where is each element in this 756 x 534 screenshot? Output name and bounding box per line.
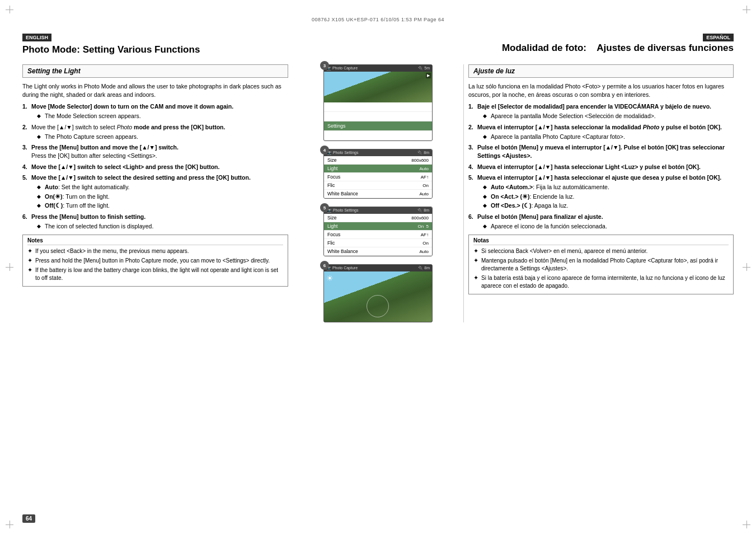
step-badge-3: 3 <box>320 61 329 70</box>
screen-3-image: ▶ <box>324 72 432 102</box>
step-badge-5: 5 <box>320 203 329 212</box>
spanish-badge: ESPAÑOL <box>703 34 734 41</box>
english-step-3: 3. Press the [Menu] button and move the … <box>22 143 288 160</box>
screen-5: 📷 Photo Settings 🔌 8m Size 800x600 Light… <box>323 207 433 256</box>
crosshair-tl <box>6 6 13 13</box>
menu-back: Back <box>324 131 432 140</box>
crosshair-mr <box>743 263 750 271</box>
settings-wb: White Balance Auto <box>324 190 432 198</box>
step-badge-6: 6 <box>320 261 329 270</box>
english-step-2: 2. Move the [▲/▼] switch to select Photo… <box>22 123 288 140</box>
page-number: 64 <box>22 514 35 523</box>
meta-line: 00876J X105 UK+ESP-071 6/10/05 1:53 PM P… <box>22 17 734 22</box>
english-step-4: 4. Move the [▲/▼] switch to select <Ligh… <box>22 163 288 171</box>
spanish-subsection-title: Ajuste de luz <box>473 67 515 75</box>
settings-5-size: Size 800x600 <box>324 214 432 222</box>
settings-5-focus: Focus AF↑ <box>324 231 432 239</box>
screen-5-header: 📷 Photo Settings 🔌 8m <box>324 207 432 214</box>
english-step-1: 1. Move [Mode Selector] down to turn on … <box>22 102 288 120</box>
english-subsection-title: Setting the Light <box>27 67 81 75</box>
spanish-header-area: ESPAÑOL Modalidad de foto: Ajustes de di… <box>378 34 734 54</box>
english-steps-list: 1. Move [Mode Selector] down to turn on … <box>22 102 288 230</box>
spanish-step-6: 6. Pulse el botón [Menu] para finalizar … <box>468 213 734 230</box>
english-step-5-sub-1: ◆ Auto: Set the light automatically. <box>37 183 288 191</box>
english-note-2: ✦ Press and hold the [Menu] button in Ph… <box>27 257 283 265</box>
spanish-notes-title: Notas <box>473 237 729 245</box>
menu-settings: Settings <box>324 121 432 131</box>
spanish-step-1-sub: ◆ Aparece la pantalla Mode Selection <Se… <box>483 112 734 120</box>
screen-4-wrapper: 4 📷 Photo Settings 🔌 8m Size 800x600 Lig… <box>323 149 433 199</box>
spanish-steps-list: 1. Baje el [Selector de modalidad] para … <box>468 102 734 230</box>
spanish-notes-box: Notas ✦ Si selecciona Back <Volver> en e… <box>468 235 734 294</box>
spanish-step-2: 2. Mueva el interruptor [▲/▼] hasta sele… <box>468 123 734 140</box>
menu-view: View <box>324 112 432 121</box>
english-subsection-box: Setting the Light <box>22 64 288 78</box>
settings-light-auto: Light Auto <box>324 165 432 173</box>
english-notes-title: Notes <box>27 237 283 245</box>
spanish-title-1: Modalidad de foto: Ajustes de diversas f… <box>378 43 734 54</box>
english-badge: ENGLISH <box>22 34 51 41</box>
english-notes-list: ✦ If you select <Back> in the menu, the … <box>27 247 283 282</box>
spanish-note-3: ✦ Si la batería está baja y el icono apa… <box>473 274 729 290</box>
english-step-6: 6. Press the [Menu] button to finish set… <box>22 213 288 230</box>
english-step-5-sub-2: ◆ On(☀): Turn on the light. <box>37 193 288 201</box>
english-notes-box: Notes ✦ If you select <Back> in the menu… <box>22 235 288 287</box>
spanish-step-3: 3. Pulse el botón [Menu] y mueva el inte… <box>468 143 734 160</box>
english-step-6-sub: ◆ The icon of selected function is displ… <box>37 222 288 231</box>
spanish-step-5-sub-1: ◆ Auto <Autom.>: Fija la luz automáticam… <box>483 183 734 191</box>
spanish-content: Ajuste de luz La luz sólo funciona en la… <box>463 64 734 322</box>
spanish-step-5-sub-3: ◆ Off <Des.> (☾): Apaga la luz. <box>483 202 734 210</box>
light-icon: ☀ <box>326 274 334 283</box>
english-step-1-sub: ◆ The Mode Selection screen appears. <box>37 112 288 120</box>
spanish-step-4: 4. Mueva el interruptor [▲/▼] hasta sele… <box>468 163 734 171</box>
english-note-3: ✦ If the battery is low and the battery … <box>27 266 283 282</box>
crosshair-ml <box>6 263 13 271</box>
screen-3: 📷 Photo Capture 🔌 5m ▶ Capture View Sett… <box>323 64 433 141</box>
screen-4: 📷 Photo Settings 🔌 8m Size 800x600 Light… <box>323 149 433 199</box>
page: 00876J X105 UK+ESP-071 6/10/05 1:53 PM P… <box>0 0 756 534</box>
screen-6-wrapper: 6 📷 Photo Capture 🔌 8m ☀ <box>323 264 433 322</box>
spanish-step-5: 5. Mueva el interruptor [▲/▼] hasta sele… <box>468 174 734 210</box>
crosshair-tr <box>743 6 750 13</box>
settings-size: Size 800x600 <box>324 156 432 165</box>
screen-6: 📷 Photo Capture 🔌 8m ☀ <box>323 264 433 322</box>
english-header-area: ENGLISH Photo Mode: Setting Various Func… <box>22 34 378 60</box>
screen-3-menu: Capture View Settings Back <box>324 102 432 140</box>
english-step-5: 5. Move the [▲/▼] switch to select the d… <box>22 174 288 210</box>
spanish-note-1: ✦ Si selecciona Back <Volver> en el menú… <box>473 247 729 255</box>
spanish-note-2: ✦ Mantenga pulsado el botón [Menu] en la… <box>473 257 729 273</box>
screen-5-wrapper: 5 📷 Photo Settings 🔌 8m Size 800x600 Lig… <box>323 207 433 256</box>
settings-5-wb: White Balance Auto <box>324 247 432 256</box>
settings-5-light: Light On 5 <box>324 222 432 231</box>
center-screens-area: 3 📷 Photo Capture 🔌 5m ▶ Capture Vi <box>293 64 463 322</box>
english-content: Setting the Light The Light only works i… <box>22 64 293 322</box>
english-note-1: ✦ If you select <Back> in the menu, the … <box>27 247 283 255</box>
settings-focus: Focus AF↑ <box>324 173 432 181</box>
spanish-step-5-sub-2: ◆ On <Act.> (☀): Enciende la luz. <box>483 193 734 201</box>
screen-6-image: ☀ <box>324 271 432 322</box>
english-step-2-sub: ◆ The Photo Capture screen appears. <box>37 133 288 141</box>
screen-3-wrapper: 3 📷 Photo Capture 🔌 5m ▶ Capture Vi <box>323 64 433 141</box>
spanish-step-2-sub: ◆ Aparece la pantalla Photo Capture <Cap… <box>483 133 734 141</box>
english-title: Photo Mode: Setting Various Functions <box>22 44 378 55</box>
spanish-notes-list: ✦ Si selecciona Back <Volver> en el menú… <box>473 247 729 290</box>
crosshair-bl <box>6 521 13 528</box>
english-step-5-sub-3: ◆ Off(☾): Turn off the light. <box>37 202 288 210</box>
screen-4-header: 📷 Photo Settings 🔌 8m <box>324 149 432 156</box>
spanish-step-6-sub: ◆ Aparece el icono de la función selecci… <box>483 222 734 231</box>
spanish-subsection-box: Ajuste de luz <box>468 64 734 78</box>
english-intro: The Light only works in Photo Mode and a… <box>22 82 288 99</box>
screen-3-header: 📷 Photo Capture 🔌 5m <box>324 65 432 72</box>
spanish-intro: La luz sólo funciona en la modalidad Pho… <box>468 82 734 99</box>
settings-5-flic: Flic On <box>324 239 432 247</box>
body-layout: Setting the Light The Light only works i… <box>22 64 734 322</box>
step-badge-4: 4 <box>320 146 329 154</box>
crosshair-br <box>743 521 750 528</box>
focus-circle <box>367 295 389 317</box>
settings-flic: Flic On <box>324 181 432 190</box>
menu-capture: Capture <box>324 102 432 112</box>
screen-6-header: 📷 Photo Capture 🔌 8m <box>324 265 432 271</box>
spanish-step-1: 1. Baje el [Selector de modalidad] para … <box>468 102 734 120</box>
